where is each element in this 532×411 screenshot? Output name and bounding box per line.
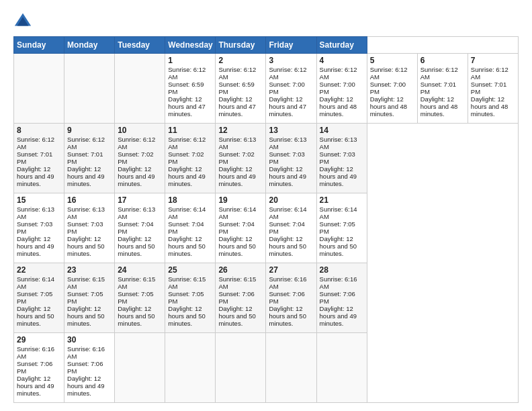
day-number: 2	[218, 56, 263, 65]
sunset-time: Sunset: 7:02 PM	[218, 150, 254, 165]
sunset-time: Sunset: 6:59 PM	[218, 81, 254, 95]
day-number: 21	[320, 195, 364, 205]
logo	[13, 11, 35, 30]
calendar-cell	[316, 333, 367, 403]
calendar-cell	[266, 333, 316, 403]
sunset-time: Sunset: 6:59 PM	[168, 81, 204, 95]
calendar-cell: 22Sunrise: 6:14 AMSunset: 7:05 PMDayligh…	[14, 263, 64, 333]
calendar-cell: 24Sunrise: 6:15 AMSunset: 7:05 PMDayligh…	[115, 263, 165, 333]
sunrise-time: Sunrise: 6:13 AM	[269, 136, 306, 150]
calendar-cell: 10Sunrise: 6:12 AMSunset: 7:02 PMDayligh…	[115, 124, 165, 193]
sunrise-time: Sunrise: 6:15 AM	[67, 275, 105, 290]
sunset-time: Sunset: 7:03 PM	[320, 150, 355, 165]
daylight-hours: Daylight: 12 hours and 49 minutes.	[17, 235, 54, 257]
sunrise-time: Sunrise: 6:12 AM	[67, 136, 105, 150]
daylight-hours: Daylight: 12 hours and 48 minutes.	[420, 95, 457, 118]
sunrise-time: Sunrise: 6:16 AM	[67, 345, 105, 360]
daylight-hours: Daylight: 12 hours and 48 minutes.	[370, 95, 407, 118]
day-header-thursday: Thursday	[216, 37, 266, 54]
sunset-time: Sunset: 7:06 PM	[218, 290, 254, 305]
sunrise-time: Sunrise: 6:15 AM	[168, 275, 206, 290]
daylight-hours: Daylight: 12 hours and 50 minutes.	[67, 305, 104, 327]
day-header-sunday: Sunday	[14, 37, 64, 54]
calendar-cell: 11Sunrise: 6:12 AMSunset: 7:02 PMDayligh…	[165, 124, 216, 193]
sunrise-time: Sunrise: 6:13 AM	[67, 205, 105, 220]
header-row: SundayMondayTuesdayWednesdayThursdayFrid…	[14, 37, 519, 54]
daylight-hours: Daylight: 12 hours and 47 minutes.	[269, 95, 306, 118]
header	[13, 11, 519, 30]
logo-icon	[13, 11, 32, 30]
daylight-hours: Daylight: 12 hours and 49 minutes.	[67, 165, 104, 187]
daylight-hours: Daylight: 12 hours and 49 minutes.	[17, 375, 54, 397]
sunrise-time: Sunrise: 6:13 AM	[17, 205, 54, 220]
sunset-time: Sunset: 7:02 PM	[168, 150, 204, 165]
sunrise-time: Sunrise: 6:16 AM	[269, 275, 306, 290]
sunrise-time: Sunrise: 6:12 AM	[218, 66, 256, 81]
day-header-tuesday: Tuesday	[115, 37, 165, 54]
sunset-time: Sunset: 7:04 PM	[168, 220, 204, 235]
calendar-cell	[14, 54, 64, 124]
day-header-monday: Monday	[64, 37, 115, 54]
day-number: 3	[269, 56, 313, 65]
sunset-time: Sunset: 7:01 PM	[471, 81, 506, 95]
daylight-hours: Daylight: 12 hours and 50 minutes.	[218, 235, 255, 257]
day-header-saturday: Saturday	[316, 37, 367, 54]
sunset-time: Sunset: 7:03 PM	[17, 220, 52, 235]
day-number: 7	[471, 56, 515, 65]
daylight-hours: Daylight: 12 hours and 50 minutes.	[118, 305, 154, 327]
daylight-hours: Daylight: 12 hours and 47 minutes.	[218, 95, 255, 118]
calendar-cell: 3Sunrise: 6:12 AMSunset: 7:00 PMDaylight…	[266, 54, 316, 124]
day-number: 12	[218, 126, 263, 135]
sunrise-time: Sunrise: 6:12 AM	[168, 66, 206, 81]
day-number: 13	[269, 126, 313, 135]
day-number: 6	[420, 56, 465, 65]
calendar-cell: 12Sunrise: 6:13 AMSunset: 7:02 PMDayligh…	[216, 124, 266, 193]
sunset-time: Sunset: 7:06 PM	[17, 360, 52, 375]
sunset-time: Sunset: 7:01 PM	[420, 81, 456, 95]
day-header-wednesday: Wednesday	[165, 37, 216, 54]
sunrise-time: Sunrise: 6:12 AM	[17, 136, 54, 150]
calendar-cell	[64, 54, 115, 124]
week-row-2: 8Sunrise: 6:12 AMSunset: 7:01 PMDaylight…	[14, 124, 519, 193]
sunrise-time: Sunrise: 6:15 AM	[118, 275, 155, 290]
daylight-hours: Daylight: 12 hours and 49 minutes.	[320, 305, 357, 327]
sunset-time: Sunset: 7:01 PM	[17, 150, 52, 165]
day-number: 5	[370, 56, 414, 65]
daylight-hours: Daylight: 12 hours and 50 minutes.	[168, 305, 205, 327]
calendar-cell: 25Sunrise: 6:15 AMSunset: 7:05 PMDayligh…	[165, 263, 216, 333]
calendar-cell: 17Sunrise: 6:13 AMSunset: 7:04 PMDayligh…	[115, 193, 165, 263]
sunrise-time: Sunrise: 6:12 AM	[320, 66, 357, 81]
sunset-time: Sunset: 7:05 PM	[118, 290, 153, 305]
sunset-time: Sunset: 7:05 PM	[67, 290, 103, 305]
day-number: 10	[118, 126, 162, 135]
week-row-1: 1Sunrise: 6:12 AMSunset: 6:59 PMDaylight…	[14, 54, 519, 124]
calendar-cell: 27Sunrise: 6:16 AMSunset: 7:06 PMDayligh…	[266, 263, 316, 333]
day-number: 14	[320, 126, 364, 135]
sunrise-time: Sunrise: 6:13 AM	[118, 205, 155, 220]
day-number: 19	[218, 195, 263, 205]
sunset-time: Sunset: 7:00 PM	[370, 81, 406, 95]
daylight-hours: Daylight: 12 hours and 49 minutes.	[320, 165, 357, 187]
day-number: 15	[17, 195, 61, 205]
daylight-hours: Daylight: 12 hours and 48 minutes.	[320, 95, 357, 118]
sunset-time: Sunset: 7:05 PM	[168, 290, 204, 305]
calendar-cell: 30Sunrise: 6:16 AMSunset: 7:06 PMDayligh…	[64, 333, 115, 403]
calendar-cell: 19Sunrise: 6:14 AMSunset: 7:04 PMDayligh…	[216, 193, 266, 263]
sunrise-time: Sunrise: 6:15 AM	[218, 275, 256, 290]
daylight-hours: Daylight: 12 hours and 50 minutes.	[269, 235, 306, 257]
daylight-hours: Daylight: 12 hours and 50 minutes.	[218, 305, 255, 327]
calendar-cell: 9Sunrise: 6:12 AMSunset: 7:01 PMDaylight…	[64, 124, 115, 193]
sunset-time: Sunset: 7:00 PM	[269, 81, 304, 95]
calendar-cell: 2Sunrise: 6:12 AMSunset: 6:59 PMDaylight…	[216, 54, 266, 124]
sunrise-time: Sunrise: 6:12 AM	[370, 66, 408, 81]
sunset-time: Sunset: 7:01 PM	[67, 150, 103, 165]
calendar-table: SundayMondayTuesdayWednesdayThursdayFrid…	[13, 36, 519, 403]
calendar-cell: 28Sunrise: 6:16 AMSunset: 7:06 PMDayligh…	[316, 263, 367, 333]
day-header-friday: Friday	[266, 37, 316, 54]
calendar-cell: 26Sunrise: 6:15 AMSunset: 7:06 PMDayligh…	[216, 263, 266, 333]
daylight-hours: Daylight: 12 hours and 50 minutes.	[118, 235, 154, 257]
sunset-time: Sunset: 7:03 PM	[269, 150, 304, 165]
daylight-hours: Daylight: 12 hours and 49 minutes.	[218, 165, 255, 187]
calendar-cell: 14Sunrise: 6:13 AMSunset: 7:03 PMDayligh…	[316, 124, 367, 193]
sunset-time: Sunset: 7:03 PM	[67, 220, 103, 235]
